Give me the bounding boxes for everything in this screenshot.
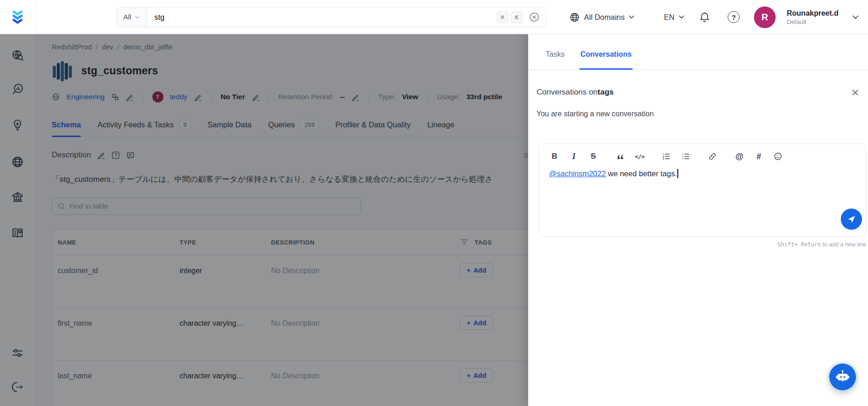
message-input[interactable]: @sachinsm2022 we need better tags. (539, 161, 866, 185)
chevron-down-icon (629, 15, 634, 19)
avatar: R (754, 6, 776, 28)
assistant-bot-button[interactable] (829, 364, 856, 390)
emoji-button[interactable] (773, 151, 783, 161)
notifications-button[interactable] (699, 0, 711, 34)
editor-toolbar: B I S </> (539, 144, 866, 161)
bold-button[interactable]: B (550, 151, 559, 161)
bullet-list-icon (681, 152, 690, 161)
mention-button[interactable]: @ (735, 151, 744, 161)
panel-tabbar: Tasks Conversations (528, 34, 868, 70)
emoji-icon (773, 152, 783, 161)
kbd-k-badge: K (511, 12, 523, 23)
domains-label: All Domains (584, 13, 625, 22)
robot-icon (835, 369, 850, 385)
domains-selector[interactable]: All Domains (569, 0, 634, 34)
user-workspace: Default (787, 18, 838, 25)
new-conversation-status: You are starting a new conversation (536, 110, 860, 118)
send-button[interactable] (841, 209, 862, 230)
user-menu[interactable]: Rounakpreet.d Default (781, 0, 838, 34)
app-window: All ⌘ K All Domains (0, 0, 868, 406)
tab-conversations[interactable]: Conversations (580, 50, 632, 70)
bell-icon (699, 11, 711, 23)
search-input[interactable] (147, 13, 497, 22)
app-logo[interactable] (0, 0, 36, 34)
code-button[interactable]: </> (635, 151, 644, 161)
avatar-initial: R (761, 12, 768, 23)
italic-button[interactable]: I (569, 151, 579, 161)
dim-overlay (0, 34, 528, 406)
ordered-list-button[interactable] (662, 151, 671, 161)
search-scope-label: All (123, 13, 131, 21)
help-button[interactable]: ? (728, 0, 740, 34)
text-caret (677, 169, 678, 178)
chevron-down-icon (852, 15, 859, 19)
conversation-subject: tags (597, 88, 614, 97)
search-scope-selector[interactable]: All (117, 7, 147, 27)
message-text: we need better tags. (606, 169, 677, 178)
kbd-command-badge: ⌘ (497, 12, 508, 23)
ordered-list-icon (662, 152, 671, 161)
panel-heading-row: Conversations on tags (536, 88, 860, 97)
strikethrough-button[interactable]: S (589, 151, 598, 161)
close-panel-button[interactable] (851, 88, 860, 97)
close-icon (851, 88, 860, 97)
tab-tasks[interactable]: Tasks (546, 50, 565, 70)
mention-link[interactable]: @sachinsm2022 (549, 169, 606, 178)
globe-icon (569, 12, 580, 23)
chevron-down-icon (135, 16, 140, 19)
hashtag-button[interactable]: # (754, 151, 763, 161)
conversations-on-label: Conversations on (536, 88, 597, 97)
message-editor: B I S </> (538, 143, 866, 237)
question-icon: ? (728, 11, 740, 23)
link-button[interactable] (708, 151, 717, 161)
newline-hint: Shift+ Return to add a new line (538, 241, 866, 248)
chevron-down-icon (679, 15, 684, 19)
conversations-panel: Tasks Conversations Conversations on tag… (528, 34, 868, 406)
bullet-list-button[interactable] (681, 151, 690, 161)
quote-icon (616, 152, 625, 161)
blockquote-button[interactable] (615, 151, 625, 161)
circle-x-icon (529, 12, 539, 22)
search-clear-button[interactable] (529, 12, 539, 22)
global-search-bar: All ⌘ K (116, 7, 546, 27)
hint-keys: Shift+ Return (778, 241, 821, 248)
logo-chevrons-icon (9, 9, 26, 25)
question-glyph: ? (731, 13, 735, 21)
send-icon (846, 214, 856, 224)
user-menu-caret[interactable] (852, 0, 859, 34)
hint-rest: to add a new line (821, 241, 866, 248)
language-label: EN (664, 13, 675, 22)
link-icon (708, 152, 717, 161)
user-avatar[interactable]: R (754, 0, 776, 34)
user-name: Rounakpreet.d (787, 9, 838, 18)
language-selector[interactable]: EN (664, 0, 684, 34)
top-bar: All ⌘ K All Domains (0, 0, 868, 34)
